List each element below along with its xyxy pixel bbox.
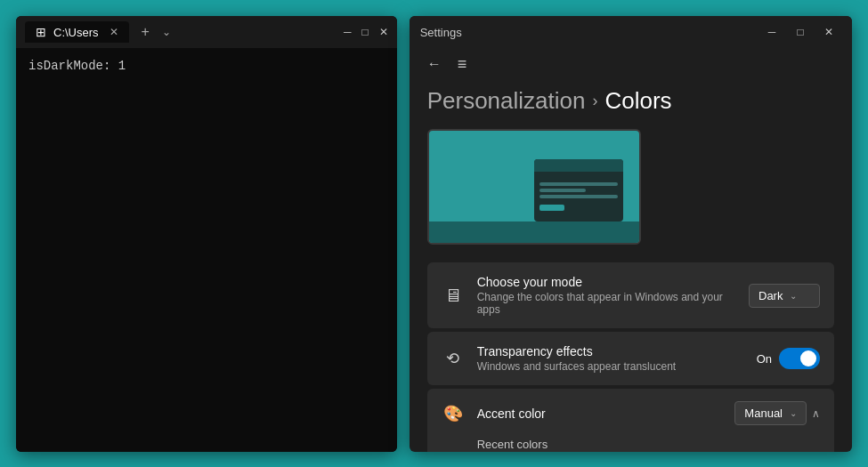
breadcrumb-parent: Personalization <box>427 87 586 115</box>
accent-control: Manual ⌄ ∧ <box>734 401 820 425</box>
settings-maximize-button[interactable]: □ <box>788 20 813 44</box>
terminal-dropdown-button[interactable]: ⌄ <box>162 26 171 38</box>
settings-nav: ← ≡ <box>410 48 852 80</box>
mode-control: Dark ⌄ <box>749 284 820 308</box>
preview-taskbar <box>429 221 639 243</box>
terminal-tab[interactable]: ⊞ C:\Users ✕ <box>25 21 129 43</box>
settings-minimize-button[interactable]: ─ <box>759 20 784 44</box>
preview-line-2 <box>539 189 587 192</box>
terminal-close-button[interactable]: ✕ <box>379 26 388 38</box>
terminal-content-line: isDarkMode: 1 <box>28 59 126 73</box>
breadcrumb-current: Colors <box>604 87 671 115</box>
preview-line-1 <box>539 182 618 186</box>
breadcrumb-chevron-icon: › <box>592 92 597 110</box>
mode-dropdown[interactable]: Dark ⌄ <box>749 284 820 308</box>
preview-window-title <box>534 159 623 172</box>
terminal-minimize-button[interactable]: ─ <box>344 26 352 38</box>
preview-line-3 <box>539 195 618 198</box>
accent-text: Accent color <box>477 407 723 421</box>
terminal-body[interactable]: isDarkMode: 1 <box>16 48 397 452</box>
terminal-window: ⊞ C:\Users ✕ + ⌄ ─ □ ✕ isDarkMode: 1 <box>16 16 397 452</box>
accent-color-row: 🎨 Accent color Manual ⌄ ∧ Recent colors <box>427 389 834 452</box>
terminal-maximize-button[interactable]: □ <box>361 26 368 38</box>
accent-row-body: Recent colors <box>427 438 834 452</box>
desktop: ⊞ C:\Users ✕ + ⌄ ─ □ ✕ isDarkMode: 1 Set… <box>0 0 868 467</box>
terminal-tab-close-icon[interactable]: ✕ <box>110 26 118 38</box>
preview-window-body <box>534 172 623 221</box>
settings-window-controls: ─ □ ✕ <box>759 20 841 44</box>
accent-dropdown-value: Manual <box>744 407 783 420</box>
terminal-window-controls: ─ □ ✕ <box>344 26 388 38</box>
personalization-preview <box>427 129 641 245</box>
transparency-subtitle: Windows and surfaces appear translucent <box>477 360 744 373</box>
mode-setting-row: 🖥 Choose your mode Change the colors tha… <box>427 262 834 328</box>
toggle-knob <box>800 350 816 366</box>
settings-title: Settings <box>420 26 462 39</box>
preview-window <box>534 159 623 221</box>
settings-content: Personalization › Colors <box>410 80 852 452</box>
accent-dropdown[interactable]: Manual ⌄ <box>734 401 807 425</box>
settings-titlebar: Settings ─ □ ✕ <box>410 16 852 48</box>
terminal-titlebar: ⊞ C:\Users ✕ + ⌄ ─ □ ✕ <box>16 16 397 48</box>
preview-button <box>539 205 564 211</box>
terminal-tab-label: C:\Users <box>53 26 99 39</box>
transparency-text: Transparency effects Windows and surface… <box>477 344 744 373</box>
mode-dropdown-value: Dark <box>758 289 783 302</box>
mode-subtitle: Change the colors that appear in Windows… <box>477 291 736 316</box>
mode-text: Choose your mode Change the colors that … <box>477 275 736 316</box>
accent-collapse-button[interactable]: ∧ <box>812 407 820 420</box>
transparency-icon: ⟲ <box>442 349 465 368</box>
settings-close-button[interactable]: ✕ <box>816 20 841 44</box>
transparency-setting-row: ⟲ Transparency effects Windows and surfa… <box>427 332 834 385</box>
mode-icon: 🖥 <box>442 286 465 306</box>
recent-colors-label: Recent colors <box>477 438 820 451</box>
settings-breadcrumb: Personalization › Colors <box>427 87 834 115</box>
settings-menu-button[interactable]: ≡ <box>458 55 467 74</box>
accent-icon: 🎨 <box>442 404 465 423</box>
settings-window: Settings ─ □ ✕ ← ≡ Personalization › Col… <box>410 16 852 452</box>
mode-title: Choose your mode <box>477 275 736 289</box>
accent-title: Accent color <box>477 407 723 421</box>
accent-row-header: 🎨 Accent color Manual ⌄ ∧ <box>427 389 834 438</box>
settings-back-button[interactable]: ← <box>422 52 447 76</box>
terminal-new-tab-button[interactable]: + <box>134 20 157 44</box>
accent-dropdown-chevron-icon: ⌄ <box>790 408 797 418</box>
transparency-control: On <box>757 348 820 369</box>
transparency-toggle-label: On <box>757 352 772 366</box>
mode-dropdown-chevron-icon: ⌄ <box>790 291 797 301</box>
transparency-title: Transparency effects <box>477 344 744 358</box>
transparency-toggle[interactable] <box>779 348 820 369</box>
terminal-icon: ⊞ <box>36 25 46 39</box>
